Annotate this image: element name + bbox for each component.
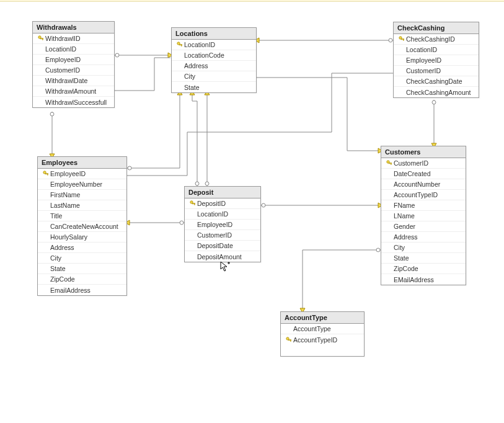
entity-title: Deposit xyxy=(185,187,260,198)
svg-point-3 xyxy=(432,100,436,104)
field-row[interactable]: CheckCashingAmount xyxy=(394,87,479,97)
field-row[interactable]: EmployeeID xyxy=(185,220,260,230)
entity-title: Withdrawals xyxy=(33,22,114,33)
field-name: DepositDate xyxy=(197,242,233,249)
field-name: HourlySalary xyxy=(50,233,87,241)
field-row[interactable]: CheckCashingID xyxy=(394,34,479,45)
field-row[interactable]: EmployeeID xyxy=(38,169,126,179)
field-row[interactable]: LocationCode xyxy=(172,50,256,61)
svg-rect-15 xyxy=(182,45,182,47)
field-name: EmployeeNumber xyxy=(50,180,102,188)
entity-title: CheckCashing xyxy=(394,22,479,34)
field-row[interactable]: City xyxy=(38,253,126,264)
field-row[interactable]: WithdrawlAmount xyxy=(33,86,114,97)
field-name: LocationID xyxy=(197,210,228,218)
field-row[interactable]: FName xyxy=(381,200,466,211)
field-row[interactable]: WithdrawlDate xyxy=(33,76,114,86)
erd-canvas[interactable]: Withdrawals WithdrawlIDLocationIDEmploye… xyxy=(0,2,504,423)
entity-employees[interactable]: Employees EmployeeIDEmployeeNumberFirstN… xyxy=(37,156,127,296)
entity-withdrawals[interactable]: Withdrawals WithdrawlIDLocationIDEmploye… xyxy=(32,21,115,108)
field-row[interactable]: CheckCashingDate xyxy=(394,76,479,87)
field-row[interactable]: State xyxy=(381,253,466,264)
field-row[interactable]: CustomerID xyxy=(33,65,114,76)
field-name: EmployeeID xyxy=(197,221,232,228)
field-row[interactable]: AccountType xyxy=(281,324,364,334)
field-row[interactable]: AccountTypeID xyxy=(281,334,364,345)
field-row[interactable]: CanCreateNewAccount xyxy=(38,221,126,232)
field-name: DateCreated xyxy=(394,170,431,177)
field-row[interactable]: AccountTypeID xyxy=(381,190,466,200)
field-name: WithdrawlDate xyxy=(45,77,87,84)
field-row[interactable]: FirstName xyxy=(38,190,126,200)
field-name: EMailAddress xyxy=(394,276,434,283)
field-row[interactable]: LocationID xyxy=(394,45,479,55)
svg-point-7 xyxy=(262,203,265,207)
field-row[interactable]: LocationID xyxy=(185,209,260,220)
svg-rect-21 xyxy=(48,174,48,176)
field-row[interactable]: CustomerID xyxy=(381,158,466,169)
entity-locations[interactable]: Locations LocationIDLocationCodeAddressC… xyxy=(171,27,257,93)
entity-checkcashing[interactable]: CheckCashing CheckCashingIDLocationIDEmp… xyxy=(393,22,479,98)
field-row[interactable]: EmployeeNumber xyxy=(38,179,126,190)
field-row[interactable]: State xyxy=(38,264,126,274)
svg-point-1 xyxy=(50,112,54,116)
field-name: City xyxy=(184,73,195,80)
field-row[interactable]: Address xyxy=(381,232,466,243)
field-row[interactable]: EMailAddress xyxy=(381,274,466,285)
field-row[interactable]: HourlySalary xyxy=(38,232,126,243)
field-name: EmployeeID xyxy=(50,170,86,177)
field-row[interactable]: Address xyxy=(38,243,126,253)
field-row[interactable]: Gender xyxy=(381,221,466,232)
field-row[interactable]: LocationID xyxy=(33,44,114,55)
field-list: CustomerIDDateCreatedAccountNumberAccoun… xyxy=(381,158,466,285)
entity-accounttype[interactable]: AccountType AccountTypeAccountTypeID xyxy=(280,311,365,357)
field-name: Title xyxy=(50,212,62,220)
field-name: CustomerID xyxy=(45,66,80,74)
field-row[interactable]: ZipCode xyxy=(381,264,466,274)
field-row[interactable]: City xyxy=(172,71,256,82)
field-row[interactable]: WithdrawlSuccessfull xyxy=(33,97,114,107)
mouse-cursor-icon xyxy=(220,261,231,274)
field-name: ZipCode xyxy=(50,275,75,283)
field-row[interactable]: DepositID xyxy=(185,198,260,209)
field-row[interactable]: CustomerID xyxy=(394,66,479,76)
field-row[interactable]: DepositDate xyxy=(185,241,260,251)
field-row[interactable]: LName xyxy=(381,211,466,221)
entity-deposit[interactable]: Deposit DepositIDLocationIDEmployeeIDCus… xyxy=(184,186,261,262)
svg-point-8 xyxy=(376,248,380,252)
field-row[interactable]: Title xyxy=(38,211,126,221)
field-row[interactable]: LastName xyxy=(38,200,126,211)
svg-point-9 xyxy=(128,166,131,170)
field-row[interactable]: ZipCode xyxy=(38,274,126,285)
field-row[interactable]: State xyxy=(172,82,256,92)
field-row[interactable]: DepositAmount xyxy=(185,251,260,262)
svg-rect-24 xyxy=(195,204,195,205)
entity-customers[interactable]: Customers CustomerIDDateCreatedAccountNu… xyxy=(381,146,466,285)
field-name: State xyxy=(184,84,200,91)
field-row[interactable]: EmployeeID xyxy=(394,55,479,66)
field-list: WithdrawlIDLocationIDEmployeeIDCustomerI… xyxy=(33,33,114,107)
primary-key-icon xyxy=(285,337,293,343)
field-name: LastName xyxy=(50,202,80,209)
entity-title: Locations xyxy=(172,28,256,40)
field-list: LocationIDLocationCodeAddressCityState xyxy=(172,40,256,92)
field-row[interactable]: EmailAddress xyxy=(38,285,126,295)
field-name: WithdrawlID xyxy=(45,35,81,42)
svg-rect-18 xyxy=(404,40,404,41)
field-name: CheckCashingID xyxy=(406,35,455,43)
field-row[interactable]: Address xyxy=(172,61,256,71)
field-row[interactable]: WithdrawlID xyxy=(33,33,114,44)
field-name: Address xyxy=(184,62,208,69)
field-list: AccountTypeAccountTypeID xyxy=(281,324,364,345)
field-row[interactable]: CustomerID xyxy=(185,230,260,241)
field-name: EmailAddress xyxy=(50,287,91,294)
field-row[interactable]: City xyxy=(381,243,466,253)
field-name: State xyxy=(50,265,66,272)
field-name: LocationID xyxy=(406,46,437,53)
field-row[interactable]: EmployeeID xyxy=(33,55,114,65)
field-name: EmployeeID xyxy=(406,56,441,64)
field-row[interactable]: DateCreated xyxy=(381,169,466,179)
field-row[interactable]: LocationID xyxy=(172,40,256,50)
field-name: CustomerID xyxy=(394,159,428,167)
field-row[interactable]: AccountNumber xyxy=(381,179,466,190)
